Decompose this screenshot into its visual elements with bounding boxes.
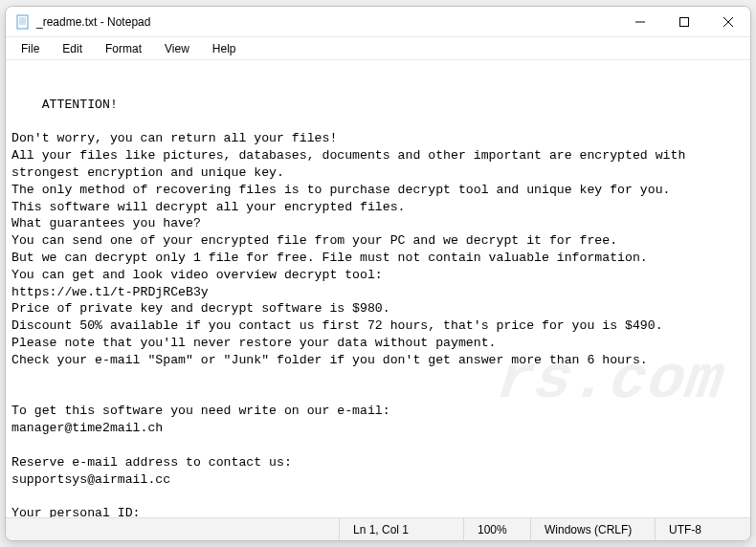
status-line-ending: Windows (CRLF) (530, 518, 655, 540)
titlebar: _readme.txt - Notepad (6, 7, 750, 37)
menu-file[interactable]: File (11, 40, 49, 57)
watermark-text: rs.com (491, 339, 729, 422)
statusbar: Ln 1, Col 1 100% Windows (CRLF) UTF-8 (6, 517, 750, 540)
close-button[interactable] (706, 7, 750, 36)
minimize-button[interactable] (618, 7, 662, 36)
status-zoom: 100% (463, 518, 530, 540)
status-position: Ln 1, Col 1 (339, 518, 463, 540)
svg-rect-6 (680, 17, 689, 26)
window-controls (618, 7, 750, 36)
maximize-button[interactable] (662, 7, 706, 36)
notepad-icon (15, 14, 31, 30)
text-editor[interactable]: rs.com ATTENTION! Don't worry, you can r… (6, 60, 750, 517)
window-title: _readme.txt - Notepad (36, 15, 150, 29)
menu-format[interactable]: Format (96, 40, 151, 57)
notepad-window: _readme.txt - Notepad File Edit Format V… (5, 6, 751, 541)
menu-edit[interactable]: Edit (53, 40, 92, 57)
status-encoding: UTF-8 (655, 518, 750, 540)
menubar: File Edit Format View Help (6, 37, 750, 60)
menu-view[interactable]: View (155, 40, 199, 57)
menu-help[interactable]: Help (203, 40, 246, 57)
document-text: ATTENTION! Don't worry, you can return a… (11, 98, 693, 517)
